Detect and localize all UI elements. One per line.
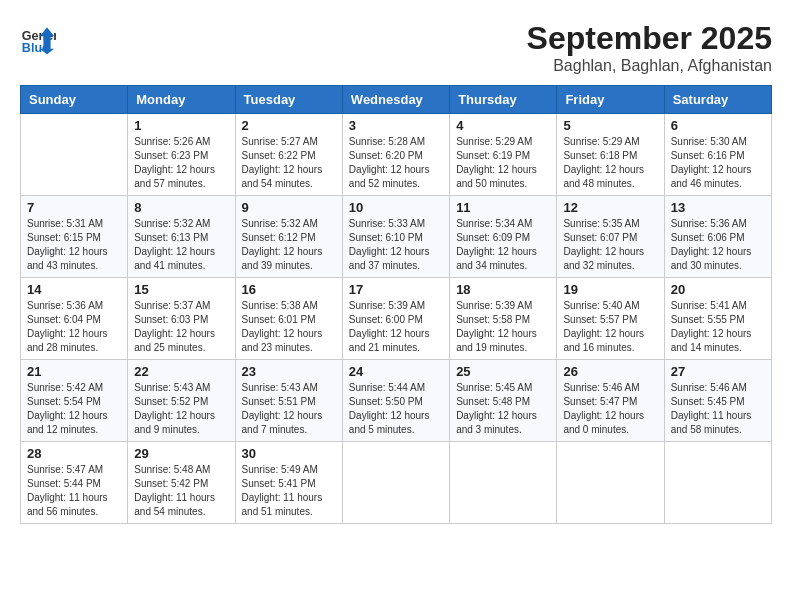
day-info: Sunrise: 5:29 AM Sunset: 6:19 PM Dayligh… (456, 135, 550, 191)
day-number: 28 (27, 446, 121, 461)
day-info: Sunrise: 5:36 AM Sunset: 6:06 PM Dayligh… (671, 217, 765, 273)
calendar-week-row: 7Sunrise: 5:31 AM Sunset: 6:15 PM Daylig… (21, 196, 772, 278)
calendar-cell: 25Sunrise: 5:45 AM Sunset: 5:48 PM Dayli… (450, 360, 557, 442)
calendar-cell: 15Sunrise: 5:37 AM Sunset: 6:03 PM Dayli… (128, 278, 235, 360)
day-number: 17 (349, 282, 443, 297)
calendar-cell: 9Sunrise: 5:32 AM Sunset: 6:12 PM Daylig… (235, 196, 342, 278)
calendar-cell: 22Sunrise: 5:43 AM Sunset: 5:52 PM Dayli… (128, 360, 235, 442)
day-number: 10 (349, 200, 443, 215)
calendar-cell (664, 442, 771, 524)
calendar-cell: 27Sunrise: 5:46 AM Sunset: 5:45 PM Dayli… (664, 360, 771, 442)
page-header: General Blue September 2025 Baghlan, Bag… (20, 20, 772, 75)
calendar-cell: 30Sunrise: 5:49 AM Sunset: 5:41 PM Dayli… (235, 442, 342, 524)
day-number: 15 (134, 282, 228, 297)
day-number: 7 (27, 200, 121, 215)
day-number: 13 (671, 200, 765, 215)
weekday-header: Tuesday (235, 86, 342, 114)
day-info: Sunrise: 5:39 AM Sunset: 6:00 PM Dayligh… (349, 299, 443, 355)
day-info: Sunrise: 5:36 AM Sunset: 6:04 PM Dayligh… (27, 299, 121, 355)
day-info: Sunrise: 5:27 AM Sunset: 6:22 PM Dayligh… (242, 135, 336, 191)
day-number: 12 (563, 200, 657, 215)
calendar-week-row: 21Sunrise: 5:42 AM Sunset: 5:54 PM Dayli… (21, 360, 772, 442)
day-info: Sunrise: 5:31 AM Sunset: 6:15 PM Dayligh… (27, 217, 121, 273)
day-number: 23 (242, 364, 336, 379)
calendar-cell: 11Sunrise: 5:34 AM Sunset: 6:09 PM Dayli… (450, 196, 557, 278)
day-number: 11 (456, 200, 550, 215)
day-info: Sunrise: 5:46 AM Sunset: 5:45 PM Dayligh… (671, 381, 765, 437)
calendar-cell: 29Sunrise: 5:48 AM Sunset: 5:42 PM Dayli… (128, 442, 235, 524)
day-info: Sunrise: 5:49 AM Sunset: 5:41 PM Dayligh… (242, 463, 336, 519)
day-info: Sunrise: 5:37 AM Sunset: 6:03 PM Dayligh… (134, 299, 228, 355)
day-info: Sunrise: 5:26 AM Sunset: 6:23 PM Dayligh… (134, 135, 228, 191)
day-info: Sunrise: 5:47 AM Sunset: 5:44 PM Dayligh… (27, 463, 121, 519)
calendar-cell: 3Sunrise: 5:28 AM Sunset: 6:20 PM Daylig… (342, 114, 449, 196)
day-info: Sunrise: 5:43 AM Sunset: 5:52 PM Dayligh… (134, 381, 228, 437)
day-number: 18 (456, 282, 550, 297)
calendar-cell: 1Sunrise: 5:26 AM Sunset: 6:23 PM Daylig… (128, 114, 235, 196)
calendar-cell: 16Sunrise: 5:38 AM Sunset: 6:01 PM Dayli… (235, 278, 342, 360)
day-number: 25 (456, 364, 550, 379)
calendar-cell: 10Sunrise: 5:33 AM Sunset: 6:10 PM Dayli… (342, 196, 449, 278)
day-number: 8 (134, 200, 228, 215)
calendar-cell: 26Sunrise: 5:46 AM Sunset: 5:47 PM Dayli… (557, 360, 664, 442)
day-info: Sunrise: 5:30 AM Sunset: 6:16 PM Dayligh… (671, 135, 765, 191)
day-info: Sunrise: 5:29 AM Sunset: 6:18 PM Dayligh… (563, 135, 657, 191)
day-info: Sunrise: 5:44 AM Sunset: 5:50 PM Dayligh… (349, 381, 443, 437)
day-info: Sunrise: 5:32 AM Sunset: 6:12 PM Dayligh… (242, 217, 336, 273)
calendar-cell: 7Sunrise: 5:31 AM Sunset: 6:15 PM Daylig… (21, 196, 128, 278)
calendar-cell: 5Sunrise: 5:29 AM Sunset: 6:18 PM Daylig… (557, 114, 664, 196)
day-number: 2 (242, 118, 336, 133)
weekday-header: Wednesday (342, 86, 449, 114)
day-number: 9 (242, 200, 336, 215)
calendar-cell (21, 114, 128, 196)
calendar-week-row: 14Sunrise: 5:36 AM Sunset: 6:04 PM Dayli… (21, 278, 772, 360)
day-info: Sunrise: 5:32 AM Sunset: 6:13 PM Dayligh… (134, 217, 228, 273)
calendar-cell: 6Sunrise: 5:30 AM Sunset: 6:16 PM Daylig… (664, 114, 771, 196)
day-number: 21 (27, 364, 121, 379)
weekday-header: Friday (557, 86, 664, 114)
calendar-cell: 8Sunrise: 5:32 AM Sunset: 6:13 PM Daylig… (128, 196, 235, 278)
day-number: 29 (134, 446, 228, 461)
calendar-cell: 4Sunrise: 5:29 AM Sunset: 6:19 PM Daylig… (450, 114, 557, 196)
day-info: Sunrise: 5:33 AM Sunset: 6:10 PM Dayligh… (349, 217, 443, 273)
calendar-week-row: 28Sunrise: 5:47 AM Sunset: 5:44 PM Dayli… (21, 442, 772, 524)
day-info: Sunrise: 5:34 AM Sunset: 6:09 PM Dayligh… (456, 217, 550, 273)
weekday-header-row: SundayMondayTuesdayWednesdayThursdayFrid… (21, 86, 772, 114)
title-block: September 2025 Baghlan, Baghlan, Afghani… (527, 20, 772, 75)
day-info: Sunrise: 5:41 AM Sunset: 5:55 PM Dayligh… (671, 299, 765, 355)
day-number: 26 (563, 364, 657, 379)
day-info: Sunrise: 5:35 AM Sunset: 6:07 PM Dayligh… (563, 217, 657, 273)
calendar-cell (342, 442, 449, 524)
day-number: 3 (349, 118, 443, 133)
location-title: Baghlan, Baghlan, Afghanistan (527, 57, 772, 75)
day-number: 20 (671, 282, 765, 297)
weekday-header: Thursday (450, 86, 557, 114)
day-number: 30 (242, 446, 336, 461)
day-info: Sunrise: 5:46 AM Sunset: 5:47 PM Dayligh… (563, 381, 657, 437)
month-title: September 2025 (527, 20, 772, 57)
day-number: 14 (27, 282, 121, 297)
calendar-cell: 13Sunrise: 5:36 AM Sunset: 6:06 PM Dayli… (664, 196, 771, 278)
calendar-cell: 24Sunrise: 5:44 AM Sunset: 5:50 PM Dayli… (342, 360, 449, 442)
logo: General Blue (20, 20, 60, 56)
calendar-week-row: 1Sunrise: 5:26 AM Sunset: 6:23 PM Daylig… (21, 114, 772, 196)
weekday-header: Monday (128, 86, 235, 114)
day-info: Sunrise: 5:38 AM Sunset: 6:01 PM Dayligh… (242, 299, 336, 355)
day-info: Sunrise: 5:39 AM Sunset: 5:58 PM Dayligh… (456, 299, 550, 355)
calendar-cell: 23Sunrise: 5:43 AM Sunset: 5:51 PM Dayli… (235, 360, 342, 442)
day-info: Sunrise: 5:45 AM Sunset: 5:48 PM Dayligh… (456, 381, 550, 437)
calendar-cell: 2Sunrise: 5:27 AM Sunset: 6:22 PM Daylig… (235, 114, 342, 196)
day-info: Sunrise: 5:40 AM Sunset: 5:57 PM Dayligh… (563, 299, 657, 355)
day-number: 16 (242, 282, 336, 297)
calendar-cell (450, 442, 557, 524)
calendar-cell (557, 442, 664, 524)
weekday-header: Sunday (21, 86, 128, 114)
day-number: 22 (134, 364, 228, 379)
day-number: 6 (671, 118, 765, 133)
day-number: 24 (349, 364, 443, 379)
calendar-cell: 14Sunrise: 5:36 AM Sunset: 6:04 PM Dayli… (21, 278, 128, 360)
day-number: 27 (671, 364, 765, 379)
weekday-header: Saturday (664, 86, 771, 114)
calendar-cell: 20Sunrise: 5:41 AM Sunset: 5:55 PM Dayli… (664, 278, 771, 360)
logo-icon: General Blue (20, 20, 56, 56)
